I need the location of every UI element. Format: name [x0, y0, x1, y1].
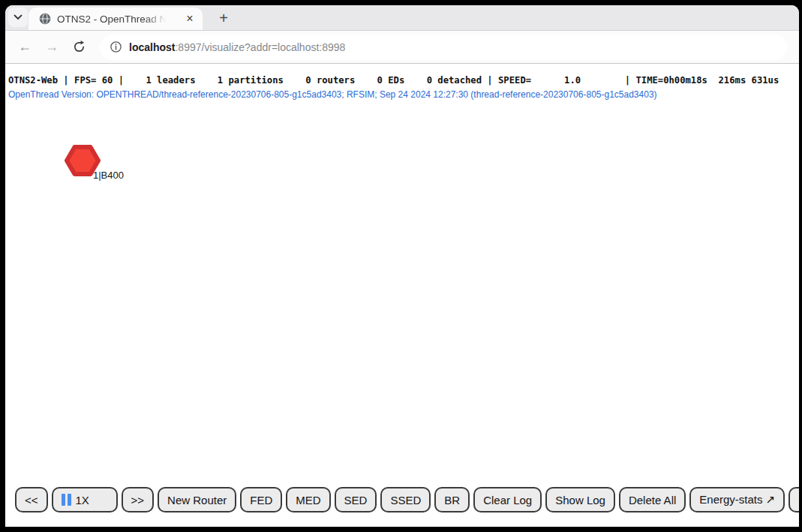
bottom-toolbar: <<1X>>New RouterFEDMEDSEDSSEDBRClear Log… [15, 487, 799, 512]
delete-all-button-label: Delete All [629, 494, 676, 506]
add-br-button[interactable]: BR [434, 487, 470, 512]
forward-button[interactable]: → [41, 37, 62, 58]
delete-all-button[interactable]: Delete All [619, 487, 686, 512]
chevron-down-icon [14, 14, 23, 20]
node-stats-button[interactable]: Node-stats ↗ [788, 487, 799, 512]
reload-icon [73, 41, 86, 53]
add-med-button-label: MED [296, 494, 320, 506]
url-text: localhost:8997/visualize?addr=localhost:… [129, 41, 345, 53]
node-stats-button-label: Node-stats ↗ [798, 493, 799, 506]
speed-button[interactable]: 1X [52, 487, 118, 512]
info-icon[interactable] [110, 41, 122, 53]
add-med-button[interactable]: MED [286, 487, 330, 512]
show-log-button[interactable]: Show Log [545, 487, 615, 512]
step-forward-button-label: >> [131, 494, 145, 506]
url-host: localhost [129, 41, 175, 53]
step-back-button-label: << [25, 494, 38, 506]
energy-stats-button-label: Energy-stats ↗ [699, 493, 775, 506]
add-fed-button-label: FED [250, 494, 272, 506]
back-button[interactable]: ← [14, 37, 35, 58]
tab-close-button[interactable]: × [183, 12, 197, 26]
add-br-button-label: BR [444, 494, 460, 506]
status-line: OTNS2-Web | FPS= 60 | 1 leaders 1 partit… [8, 75, 779, 86]
node-leader[interactable]: 1|B400 [65, 145, 132, 190]
add-ssed-button[interactable]: SSED [380, 487, 431, 512]
openthread-version-link[interactable]: OpenThread Version: OPENTHREAD/thread-re… [8, 89, 657, 100]
new-router-button[interactable]: New Router [158, 487, 236, 512]
energy-stats-button[interactable]: Energy-stats ↗ [689, 487, 785, 512]
sim-canvas: OTNS2-Web | FPS= 60 | 1 leaders 1 partit… [5, 64, 799, 525]
node-label: 1|B400 [93, 170, 124, 181]
add-sed-button[interactable]: SED [335, 487, 377, 512]
url-bar[interactable]: localhost:8997/visualize?addr=localhost:… [100, 35, 787, 60]
globe-icon [39, 13, 51, 25]
clear-log-button[interactable]: Clear Log [473, 487, 542, 512]
step-forward-button[interactable]: >> [122, 487, 155, 512]
address-bar: ← → localhost:8997/visualize?addr=localh… [5, 30, 799, 64]
url-rest: :8997/visualize?addr=localhost:8998 [175, 41, 345, 53]
reload-button[interactable] [68, 37, 89, 58]
clear-log-button-label: Clear Log [483, 494, 532, 506]
tab-otns2[interactable]: OTNS2 - OpenThread Ne × [29, 8, 203, 30]
browser-window: OTNS2 - OpenThread Ne × + ← → localhost:… [5, 5, 799, 527]
tab-title: OTNS2 - OpenThread Ne [57, 14, 170, 25]
add-ssed-button-label: SSED [390, 494, 421, 506]
tab-strip: OTNS2 - OpenThread Ne × + [5, 5, 799, 30]
speed-button-label: 1X [76, 494, 89, 506]
add-fed-button[interactable]: FED [240, 487, 282, 512]
pause-icon [62, 494, 71, 506]
show-log-button-label: Show Log [555, 494, 605, 506]
add-sed-button-label: SED [344, 494, 368, 506]
new-router-button-label: New Router [167, 494, 227, 506]
tab-search-button[interactable] [8, 8, 28, 27]
new-tab-button[interactable]: + [214, 8, 233, 28]
step-back-button[interactable]: << [15, 487, 48, 512]
